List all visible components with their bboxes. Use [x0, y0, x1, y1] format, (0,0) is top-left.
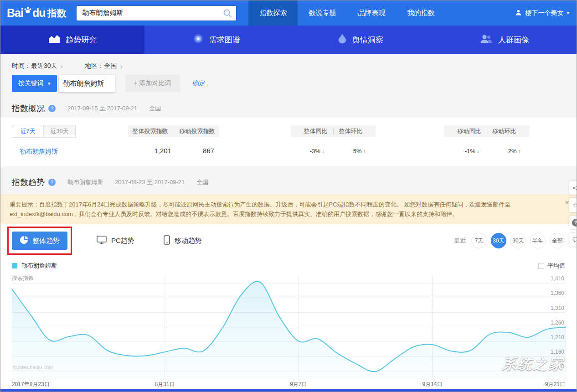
- trend-card: 重要提示：百度指数于2017年6月24日完成数据策略升级，尽可能还原网民主动搜索…: [0, 194, 577, 390]
- nav-label: 数说专题: [309, 9, 336, 17]
- range-30d[interactable]: 30天: [491, 233, 506, 248]
- checkbox-icon[interactable]: [538, 263, 544, 269]
- svg-text:1,310: 1,310: [551, 305, 564, 311]
- notice-banner: 重要提示：百度指数于2017年6月24日完成数据策略升级，尽可能还原网民主动搜索…: [0, 194, 577, 224]
- droplet-icon: [338, 33, 347, 46]
- average-toggle[interactable]: 平均值: [538, 262, 565, 270]
- search-input[interactable]: [76, 5, 237, 21]
- col-label: 移动搜索指数: [180, 127, 215, 135]
- baidu-index-page: Bai du 指数 指数探索 数说专题 品牌表现 我的指数 楼下一个美女 ▾: [0, 0, 577, 392]
- filter-bar: 时间：最近30天 › 地区：全国 ›: [0, 54, 577, 72]
- nav-item-brand-performance[interactable]: 品牌表现: [347, 0, 396, 26]
- module-nav: 趋势研究 需求图谱 舆情洞察 人群画像: [0, 26, 577, 54]
- keyword-link[interactable]: 勒布朗詹姆斯: [20, 148, 58, 156]
- tab-last-7-days[interactable]: 近7天: [12, 125, 44, 138]
- tab-label: 舆情洞察: [352, 35, 383, 45]
- overview-period-tabs: 近7天 近30天: [12, 125, 76, 138]
- overall-index-value: 1,201: [130, 147, 171, 155]
- tab-demand-graph[interactable]: 需求图谱: [144, 26, 288, 54]
- notice-text: 重要提示：百度指数于2017年6月24日完成数据策略升级，尽可能还原网民主动搜索…: [10, 201, 510, 217]
- region-filter[interactable]: 地区：全国 ›: [85, 60, 123, 72]
- pct-value: 5%: [353, 148, 362, 155]
- tab-label: 人群画像: [498, 35, 529, 45]
- star-icon[interactable]: ☆: [569, 198, 577, 212]
- nav-label: 我的指数: [407, 9, 434, 17]
- range-90d[interactable]: 90天: [510, 233, 526, 248]
- col-header-search-index: 整体搜索指数 移动搜索指数: [128, 125, 219, 137]
- x-tick-label: 9月7日: [290, 381, 307, 388]
- x-axis-labels: 2017年8月23日8月31日9月7日9月14日9月21日: [12, 378, 565, 387]
- overview-title: 指数概况: [12, 103, 45, 114]
- trend-arrow-icon: ↑: [518, 148, 521, 155]
- col-label: 整体同比: [304, 127, 328, 135]
- col-label: 整体搜索指数: [133, 127, 168, 135]
- tab-trend-research[interactable]: 趋势研究: [0, 26, 144, 54]
- average-label: 平均值: [547, 262, 565, 270]
- nav-label: 品牌表现: [358, 9, 385, 17]
- chart-legend-row: 勒布朗詹姆斯 平均值: [0, 263, 577, 269]
- search-mode-button[interactable]: 按关键词 ▾: [12, 75, 57, 92]
- range-all[interactable]: 全部: [550, 233, 565, 248]
- range-7d[interactable]: 7天: [471, 233, 487, 248]
- phone-icon: [164, 235, 170, 246]
- user-name: 楼下一个美女: [525, 9, 563, 17]
- trend-arrow-icon: ↑: [363, 148, 366, 155]
- tab-audience-profile[interactable]: 人群画像: [433, 26, 577, 54]
- watermark-logo: 系统之家: [502, 355, 564, 374]
- comment-icon[interactable]: [569, 233, 577, 247]
- legend-swatch: [12, 263, 17, 268]
- x-tick-label: 9月21日: [545, 381, 565, 388]
- concentric-circles-icon: [193, 33, 204, 46]
- pct-value: -1%: [465, 148, 475, 155]
- line-chart-canvas[interactable]: 1,1101,1601,2101,2601,3101,3601,410: [12, 274, 566, 378]
- nav-item-data-topics[interactable]: 数说专题: [298, 0, 347, 26]
- overall-yoy: -3%↓: [299, 148, 335, 155]
- pct-value: -3%: [310, 148, 320, 155]
- monitor-icon: [97, 236, 107, 246]
- share-icon[interactable]: [569, 181, 577, 195]
- tab-last-30-days[interactable]: 近30天: [44, 125, 76, 138]
- time-filter[interactable]: 时间：最近30天 ›: [12, 60, 63, 72]
- people-icon: [480, 34, 493, 46]
- top-header: Bai du 指数 指数探索 数说专题 品牌表现 我的指数 楼下一个美女 ▾: [0, 0, 577, 26]
- nav-item-index-explore[interactable]: 指数探索: [248, 0, 298, 26]
- chart-copyright: ©index.baidu.com: [13, 365, 53, 370]
- overview-section-header: 指数概况 ? 2017-09-15 至 2017-09-21 全国: [0, 99, 577, 118]
- overview-card: 近7天 近30天 整体搜索指数 移动搜索指数 整体同比 整体环比 移动同比 移动…: [0, 118, 577, 166]
- range-half-year[interactable]: 半年: [530, 233, 546, 248]
- col-label: 移动同比: [458, 127, 481, 135]
- trend-arrow-icon: ↓: [477, 148, 480, 155]
- add-compare-word-button[interactable]: + 添加对比词: [125, 75, 180, 92]
- help-icon[interactable]: ?: [48, 105, 56, 112]
- confirm-button[interactable]: 确定: [193, 79, 206, 88]
- trend-section-header: 指数趋势 ? 勒布朗詹姆斯 2017-08-23 至 2017-09-21 全国: [0, 173, 577, 191]
- bottom-next-section-bar: [0, 389, 577, 392]
- view-label: PC趋势: [111, 237, 134, 245]
- pc-trend-button[interactable]: PC趋势: [97, 236, 134, 246]
- svg-text:1,360: 1,360: [551, 290, 564, 296]
- tab-sentiment-insight[interactable]: 舆情洞察: [288, 26, 433, 54]
- help-icon[interactable]: ?: [48, 179, 56, 186]
- user-menu[interactable]: 楼下一个美女 ▾: [515, 9, 569, 17]
- overall-trend-wrap: 整体趋势: [12, 232, 67, 250]
- divider: [487, 129, 487, 134]
- recent-label: 最近: [454, 237, 466, 245]
- nav-label: 指数探索: [259, 9, 287, 17]
- overall-trend-button[interactable]: 整体趋势: [12, 232, 67, 250]
- view-label: 移动趋势: [175, 237, 202, 245]
- trend-region: 全国: [196, 178, 208, 186]
- question-icon[interactable]: ?: [569, 216, 577, 229]
- mobile-mom: 2%↑: [496, 148, 533, 155]
- search-icon[interactable]: [218, 5, 237, 21]
- time-range-selector: 最近 7天 30天 90天 半年 全部: [454, 233, 565, 248]
- keyword-input[interactable]: 勒布朗詹姆斯: [59, 75, 115, 92]
- baidu-index-logo[interactable]: Bai du 指数: [0, 7, 72, 20]
- search-box: [76, 5, 237, 21]
- tab-label: 需求图谱: [209, 35, 240, 45]
- close-icon[interactable]: ×: [565, 199, 569, 206]
- trend-arrow-icon: ↓: [322, 148, 325, 155]
- mobile-trend-button[interactable]: 移动趋势: [164, 235, 202, 246]
- overview-date-range: 2017-09-15 至 2017-09-21: [67, 104, 137, 113]
- pct-value: 2%: [508, 148, 517, 155]
- nav-item-my-index[interactable]: 我的指数: [396, 0, 445, 26]
